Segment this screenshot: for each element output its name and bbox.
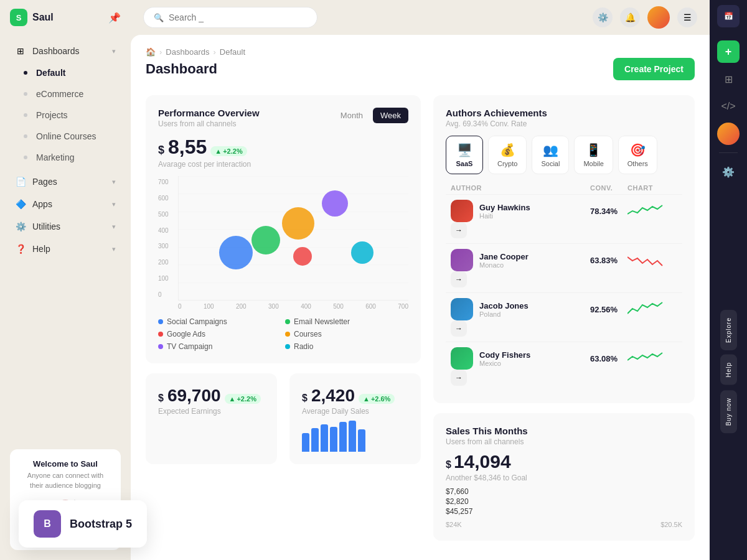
rs-grid-icon[interactable]: ⊞ bbox=[717, 68, 740, 90]
buy-now-button[interactable]: Buy now bbox=[720, 390, 737, 433]
cat-tab-social[interactable]: 👥 Social bbox=[532, 136, 569, 174]
legend-dot-social bbox=[158, 319, 163, 324]
rs-settings-icon[interactable]: ⚙️ bbox=[717, 161, 740, 183]
rs-add-button[interactable]: + bbox=[717, 40, 740, 63]
sales-y-labels: $24K $20.5K bbox=[446, 521, 682, 528]
table-row: Cody Fishers Mexico 63.08% → bbox=[446, 342, 682, 391]
y-label-5: 500 bbox=[158, 211, 169, 218]
sidebar-item-marketing[interactable]: Marketing bbox=[5, 147, 126, 168]
sidebar-logo: S Saul bbox=[10, 9, 54, 26]
amount-2: $2,820 bbox=[446, 497, 682, 506]
breadcrumb-dashboards[interactable]: Dashboards bbox=[166, 47, 209, 57]
metric-badge: ▲ +2.2% bbox=[210, 146, 247, 156]
bootstrap-text: Bootstrap 5 bbox=[70, 518, 132, 531]
tab-month[interactable]: Month bbox=[333, 108, 370, 123]
table-row: Guy Hawkins Haiti 78.34% → bbox=[446, 194, 682, 243]
author-avatar-4 bbox=[451, 347, 473, 370]
dashboard-grid: Performance Overview Users from all chan… bbox=[146, 95, 695, 541]
bar-2 bbox=[311, 428, 319, 452]
dot-ecommerce bbox=[24, 92, 27, 96]
daily-sales-card: $ 2,420 ▲ +2.6% Average Daily Sales bbox=[289, 373, 421, 464]
author-name-2: Jane Cooper bbox=[479, 252, 529, 261]
daily-value: $ 2,420 ▲ +2.6% bbox=[302, 386, 408, 406]
sidebar: S Saul 📌 ⊞ Dashboards ▾ Default bbox=[0, 0, 131, 560]
projects-label: Projects bbox=[36, 110, 68, 120]
dot-projects bbox=[24, 113, 27, 117]
rs-separator bbox=[719, 152, 738, 153]
authors-table-header: AUTHOR CONV. CHART bbox=[446, 182, 682, 194]
topbar: 🔍 ⚙️ 🔔 ☰ bbox=[131, 0, 710, 35]
user-avatar[interactable] bbox=[647, 6, 670, 29]
daily-badge: ▲ +2.6% bbox=[359, 394, 395, 404]
sales-card: Sales This Months Users from all channel… bbox=[433, 413, 695, 541]
pages-label: Pages bbox=[32, 177, 57, 187]
rs-user-avatar[interactable] bbox=[717, 123, 740, 145]
sidebar-item-pages[interactable]: 📄 Pages ▾ bbox=[5, 170, 126, 193]
utilities-icon: ⚙️ bbox=[15, 221, 26, 232]
help-button[interactable]: Help bbox=[720, 355, 737, 385]
utilities-label: Utilities bbox=[32, 222, 60, 231]
metric-label: Avarage cost per interaction bbox=[158, 160, 408, 169]
cat-tab-others[interactable]: 🎯 Others bbox=[618, 136, 657, 174]
explore-button[interactable]: Explore bbox=[720, 310, 737, 350]
authors-title: Authors Achievements bbox=[446, 108, 547, 118]
crypto-icon: 💰 bbox=[500, 142, 515, 157]
view-btn-3[interactable]: → bbox=[451, 320, 590, 337]
sparkline-3 bbox=[627, 300, 677, 319]
breadcrumb-home-icon: 🏠 bbox=[146, 47, 156, 57]
col-conv: CONV. bbox=[590, 184, 627, 192]
tab-week[interactable]: Week bbox=[373, 108, 408, 123]
legend-label-courses: Courses bbox=[294, 330, 322, 338]
col-author: AUTHOR bbox=[451, 184, 590, 192]
bubble-email bbox=[251, 226, 280, 254]
view-btn-4[interactable]: → bbox=[451, 370, 590, 386]
cat-tab-saas[interactable]: 🖥️ SaaS bbox=[446, 136, 483, 174]
sales-subtitle: Users from all channels bbox=[446, 437, 682, 446]
help-arrow: ▾ bbox=[112, 245, 116, 253]
left-column: Performance Overview Users from all chan… bbox=[146, 95, 421, 541]
table-row: Jane Cooper Monaco 63.83% → bbox=[446, 243, 682, 292]
x-label-2: 200 bbox=[236, 303, 247, 310]
search-input[interactable] bbox=[169, 12, 307, 22]
view-btn-1[interactable]: → bbox=[451, 222, 590, 238]
author-name-3: Jacob Jones bbox=[479, 301, 529, 310]
legend-label-email: Email Newsletter bbox=[294, 317, 350, 326]
pages-arrow: ▾ bbox=[112, 178, 116, 186]
sidebar-item-projects[interactable]: Projects bbox=[5, 105, 126, 126]
sidebar-item-help[interactable]: ❓ Help ▾ bbox=[5, 238, 126, 260]
cat-tab-crypto[interactable]: 💰 Crypto bbox=[488, 136, 527, 174]
dashboards-arrow: ▾ bbox=[112, 47, 116, 55]
sidebar-item-utilities[interactable]: ⚙️ Utilities ▾ bbox=[5, 215, 126, 238]
topbar-menu-icon[interactable]: ☰ bbox=[677, 7, 697, 27]
sidebar-item-online-courses[interactable]: Online Courses bbox=[5, 126, 126, 147]
create-project-button[interactable]: Create Project bbox=[613, 58, 695, 80]
author-country-2: Monaco bbox=[479, 261, 529, 269]
bubble-chart-container: 700 600 500 400 300 200 100 0 bbox=[158, 176, 408, 310]
category-tabs: 🖥️ SaaS 💰 Crypto 👥 Social 📱 bbox=[446, 136, 682, 174]
y-label-7: 700 bbox=[158, 179, 169, 185]
sales-goal: Another $48,346 to Goal bbox=[446, 474, 682, 482]
topbar-settings-icon[interactable]: ⚙️ bbox=[593, 7, 613, 27]
cat-tab-mobile[interactable]: 📱 Mobile bbox=[574, 136, 613, 174]
sidebar-item-apps[interactable]: 🔷 Apps ▾ bbox=[5, 193, 126, 215]
sales-dollar: $ bbox=[446, 459, 451, 470]
legend-google-ads: Google Ads bbox=[158, 330, 281, 338]
dashboards-icon: ⊞ bbox=[15, 45, 26, 57]
sidebar-item-default[interactable]: Default bbox=[5, 62, 126, 83]
sidebar-item-dashboards[interactable]: ⊞ Dashboards ▾ bbox=[5, 40, 126, 62]
author-name-1: Guy Hawkins bbox=[479, 203, 530, 212]
right-sidebar: 📅 + ⊞ </> ⚙️ Explore Help Buy now bbox=[710, 0, 747, 560]
rs-date-icon[interactable]: 📅 bbox=[717, 5, 740, 27]
y-label-0: 0 bbox=[158, 291, 169, 298]
apps-label: Apps bbox=[32, 199, 52, 209]
legend-radio: Radio bbox=[285, 342, 408, 351]
view-btn-2[interactable]: → bbox=[451, 271, 590, 287]
active-dot bbox=[24, 71, 27, 75]
legend-dot-radio bbox=[285, 344, 290, 349]
topbar-notifications-icon[interactable]: 🔔 bbox=[620, 7, 640, 27]
rs-code-icon[interactable]: </> bbox=[717, 95, 740, 118]
pin-icon[interactable]: 📌 bbox=[108, 12, 121, 24]
search-bar[interactable]: 🔍 bbox=[143, 7, 317, 28]
legend-label-radio: Radio bbox=[294, 342, 313, 351]
sidebar-item-ecommerce[interactable]: eCommerce bbox=[5, 83, 126, 105]
